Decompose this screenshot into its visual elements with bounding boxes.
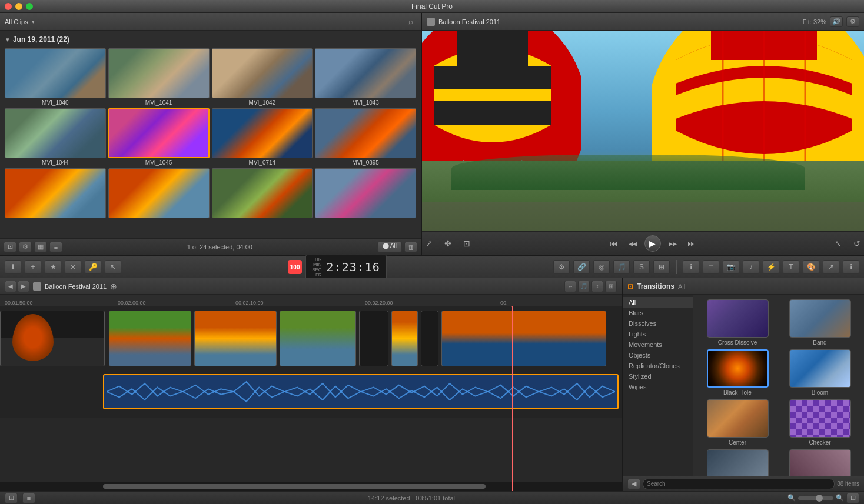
- trans-item-black-hole[interactable]: Black Hole: [698, 349, 777, 396]
- volume-icon[interactable]: 🔊: [830, 16, 843, 27]
- reset-button[interactable]: ↺: [850, 236, 864, 251]
- clip-MVI_1040[interactable]: MVI_1040: [5, 48, 106, 106]
- audio-clip-main[interactable]: [103, 374, 619, 409]
- clip-settings-button[interactable]: ⚙: [19, 242, 32, 252]
- trans-item-cross-dissolve[interactable]: Cross Dissolve: [698, 299, 777, 346]
- clip-MVI_1045[interactable]: MVI_1045: [108, 108, 210, 166]
- clip-r2[interactable]: [108, 168, 210, 219]
- trans-cat-objects[interactable]: Objects: [623, 350, 693, 361]
- clip-MVI_1044[interactable]: MVI_1044: [5, 108, 106, 166]
- grid-button[interactable]: ⊞: [605, 281, 617, 292]
- select-tool[interactable]: ↖: [105, 260, 121, 274]
- trans-item-bloom[interactable]: Bloom: [780, 349, 859, 396]
- tools-button[interactable]: ⚙: [553, 260, 570, 274]
- skip-back-more-button[interactable]: ⏮: [607, 236, 621, 251]
- add-button[interactable]: +: [25, 260, 41, 274]
- trans-cat-movements[interactable]: Movements: [623, 339, 693, 350]
- color-button[interactable]: 🎨: [803, 260, 819, 274]
- trans-cat-wipes[interactable]: Wipes: [623, 382, 693, 392]
- zoom-slider[interactable]: [798, 496, 833, 500]
- clip-height-button[interactable]: ↕: [591, 281, 603, 292]
- clip-appearance-button[interactable]: ⊡: [4, 242, 16, 252]
- timeline-clip-7[interactable]: [421, 311, 438, 366]
- minimize-button[interactable]: [15, 3, 22, 10]
- solo-button[interactable]: S: [633, 260, 650, 274]
- share-button[interactable]: ↗: [823, 260, 839, 274]
- timeline-clip-1[interactable]: [0, 311, 105, 366]
- info-button[interactable]: ℹ: [843, 260, 859, 274]
- transitions-search-input[interactable]: [643, 479, 835, 489]
- step-back-button[interactable]: ◂◂: [626, 236, 640, 251]
- trash-button[interactable]: 🗑: [404, 242, 417, 252]
- playhead[interactable]: [512, 306, 513, 491]
- clip-MVI_0895[interactable]: MVI_0895: [315, 108, 416, 166]
- close-button[interactable]: [5, 3, 12, 10]
- fit-timeline-btn[interactable]: ⊞: [846, 493, 859, 503]
- text-button[interactable]: T: [783, 260, 799, 274]
- fullscreen-button[interactable]: [26, 3, 33, 10]
- trans-item-generic1[interactable]: [698, 449, 777, 476]
- trans-cat-stylized[interactable]: Stylized: [623, 371, 693, 382]
- collapse-triangle[interactable]: ▼: [5, 36, 11, 43]
- trans-cat-replicator[interactable]: Replicator/Clones: [623, 361, 693, 371]
- timeline-clip-4[interactable]: [280, 311, 356, 366]
- trans-item-center[interactable]: Center: [698, 399, 777, 446]
- inspector-button[interactable]: ℹ: [683, 260, 699, 274]
- trans-item-generic2[interactable]: [780, 449, 859, 476]
- skip-forward-more-button[interactable]: ⏭: [684, 236, 699, 251]
- timeline-clip-8[interactable]: [441, 311, 606, 366]
- trans-cat-blurs[interactable]: Blurs: [623, 308, 693, 318]
- browser-dropdown-arrow[interactable]: ▾: [32, 19, 35, 25]
- clip-r3[interactable]: [212, 168, 313, 219]
- clip-MVI_1041[interactable]: MVI_1041: [108, 48, 210, 106]
- trans-item-checker[interactable]: Checker: [780, 399, 859, 446]
- timeline-scrollbar[interactable]: [0, 482, 622, 491]
- play-button[interactable]: ▶: [644, 235, 661, 252]
- step-forward-button[interactable]: ▸▸: [666, 236, 680, 251]
- skimmer-button[interactable]: ◎: [593, 260, 610, 274]
- filter-button[interactable]: ⬤ All: [377, 242, 402, 252]
- audio-view-button[interactable]: 🎵: [578, 281, 590, 292]
- wifi-icon[interactable]: ⊕: [110, 282, 117, 291]
- timeline-clip-2[interactable]: [109, 311, 191, 366]
- clip-MVI_1042[interactable]: MVI_1042: [212, 48, 313, 106]
- viewer-settings-button[interactable]: ⚙: [846, 16, 859, 27]
- transform-button[interactable]: ✤: [441, 236, 455, 251]
- status-left-btn[interactable]: ⊡: [5, 493, 18, 503]
- timeline-back-button[interactable]: ◀: [5, 281, 16, 292]
- effects-button[interactable]: ⚡: [763, 260, 779, 274]
- clip-MVI_1043[interactable]: MVI_1043: [315, 48, 416, 106]
- timeline-clip-5[interactable]: [359, 311, 388, 366]
- trans-cat-dissolves[interactable]: Dissolves: [623, 318, 693, 329]
- expand-viewer-button[interactable]: ⤡: [831, 236, 845, 251]
- trans-nav-back[interactable]: ◀: [627, 479, 640, 489]
- timeline-forward-button[interactable]: ▶: [18, 281, 29, 292]
- camera-button[interactable]: 📷: [723, 260, 739, 274]
- status-list-btn[interactable]: ≡: [22, 493, 35, 503]
- trans-cat-all[interactable]: All: [623, 297, 693, 308]
- timeline-clip-3[interactable]: [194, 311, 277, 366]
- zoom-in-button[interactable]: ↔: [564, 281, 576, 292]
- trans-item-band[interactable]: Band: [780, 299, 859, 346]
- view-grid-button[interactable]: ▦: [34, 242, 47, 252]
- import-button[interactable]: ⬇: [5, 260, 21, 274]
- timeline-clip-6[interactable]: [391, 311, 418, 366]
- trans-cat-lights[interactable]: Lights: [623, 329, 693, 339]
- scroll-thumb[interactable]: [103, 484, 486, 489]
- fullscreen-view-button[interactable]: ⤢: [422, 236, 436, 251]
- clip-r1[interactable]: [5, 168, 106, 219]
- zoom-slider-thumb[interactable]: [816, 495, 823, 502]
- crop-button[interactable]: ⊡: [460, 236, 474, 251]
- audio-meter-button[interactable]: ♪: [743, 260, 759, 274]
- search-icon[interactable]: ⌕: [406, 16, 416, 27]
- video-scope-button[interactable]: □: [703, 260, 719, 274]
- view-list-button[interactable]: ≡: [49, 242, 62, 252]
- snap-button[interactable]: 🔗: [573, 260, 590, 274]
- keywords-button[interactable]: 🔑: [85, 260, 101, 274]
- audio-button[interactable]: 🎵: [613, 260, 630, 274]
- timeline-tracks[interactable]: [0, 306, 622, 491]
- clip-r4[interactable]: [315, 168, 416, 219]
- zoom-button[interactable]: ⊞: [653, 260, 670, 274]
- clip-MVI_0714[interactable]: MVI_0714: [212, 108, 313, 166]
- reject-button[interactable]: ✕: [65, 260, 81, 274]
